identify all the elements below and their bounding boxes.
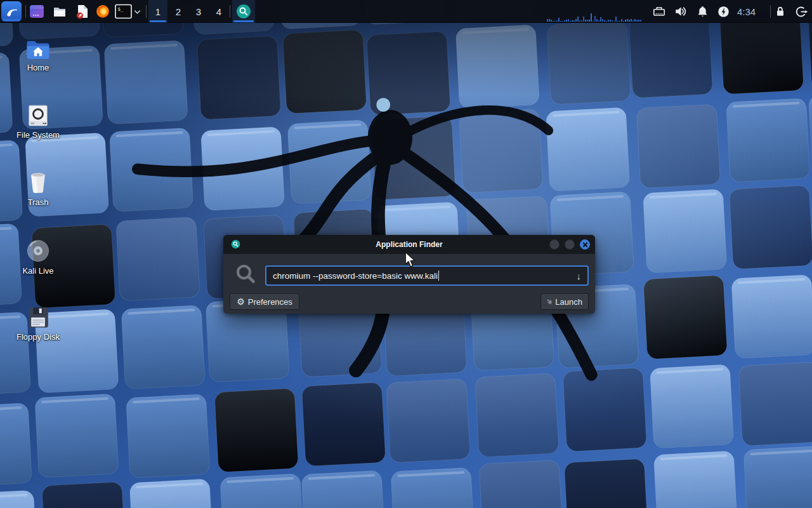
panel-separator: [25, 5, 26, 18]
gear-icon: ⚙: [237, 297, 245, 306]
desktop-icon-floppy-disk[interactable]: Floppy Disk: [11, 305, 65, 342]
desktop-icon-label: Kali Live: [11, 266, 65, 276]
trash-can-icon: [25, 170, 51, 196]
command-input[interactable]: chromium --password-store=basic www.kali…: [265, 265, 589, 286]
terminal-launcher[interactable]: $_: [114, 4, 132, 19]
lock-screen-button[interactable]: [773, 4, 787, 18]
kali-logo-icon: [4, 4, 19, 19]
history-dropdown-arrow[interactable]: ↓: [577, 271, 582, 281]
power-lightning-icon: [717, 5, 730, 18]
launch-button[interactable]: Launch: [540, 293, 589, 310]
taskbar-application-finder[interactable]: [232, 0, 255, 23]
minimize-button[interactable]: [549, 239, 560, 250]
notifications-tray-button[interactable]: [695, 4, 709, 18]
file-manager-launcher[interactable]: [52, 4, 67, 19]
workspace-2[interactable]: 2: [169, 0, 188, 23]
desktop-icon-label: File System: [11, 130, 65, 140]
command-text: chromium --password-store=basic www.kali: [273, 271, 438, 281]
top-panel: $_ 1 2 3 4: [0, 0, 812, 23]
text-caret: [438, 271, 439, 281]
desktop-icon-file-system[interactable]: File System: [11, 103, 65, 140]
desktop-icon-kali-live[interactable]: Kali Live: [11, 237, 65, 276]
bell-icon: [696, 5, 709, 18]
home-folder-icon: [25, 36, 51, 61]
floppy-disk-icon: [25, 305, 51, 330]
volume-tray-button[interactable]: [674, 4, 688, 18]
firefox-icon: [95, 4, 110, 19]
kali-menu-button[interactable]: [1, 1, 22, 22]
workspace-1[interactable]: 1: [148, 0, 167, 23]
close-icon: [582, 242, 588, 248]
folder-icon: [52, 4, 67, 19]
workspace-4[interactable]: 4: [209, 0, 228, 23]
application-finder-window: Application Finder chromium --password-s…: [223, 235, 595, 314]
preferences-button[interactable]: ⚙ Preferences: [230, 293, 299, 310]
power-manager-tray-button[interactable]: [716, 4, 730, 18]
network-tray-button[interactable]: [652, 4, 666, 18]
panel-separator: [146, 5, 147, 18]
kali-desktop: $_ 1 2 3 4: [0, 0, 812, 508]
desktop-icon-label: Home: [11, 63, 65, 72]
desktop-icon-label: Floppy Disk: [11, 332, 65, 342]
settings-app-launcher[interactable]: [29, 4, 44, 19]
text-editor-launcher[interactable]: [75, 4, 90, 19]
panel-separator: [770, 5, 771, 18]
application-finder-icon: [231, 239, 240, 249]
workspace-3[interactable]: 3: [189, 0, 208, 23]
mouse-cursor: [403, 251, 417, 268]
search-icon: [235, 263, 258, 286]
desktop-icon-label: Trash: [11, 197, 65, 207]
launch-gear-icon: [547, 297, 552, 306]
chevron-down-icon: [133, 8, 141, 16]
desktop-icon-trash[interactable]: Trash: [11, 170, 65, 207]
clock[interactable]: 4:34: [737, 0, 756, 23]
ethernet-icon: [652, 4, 666, 18]
application-finder-icon: [236, 4, 251, 19]
optical-disc-icon: [25, 237, 51, 264]
logout-icon: [795, 5, 808, 18]
close-button[interactable]: [580, 239, 590, 250]
terminal-icon: $_: [115, 4, 132, 19]
terminal-dropdown-button[interactable]: [132, 4, 142, 19]
window-title: Application Finder: [223, 240, 595, 249]
panel-separator: [230, 5, 230, 18]
purple-window-icon: [29, 4, 44, 19]
desktop-icon-home[interactable]: Home: [11, 36, 65, 72]
logout-button[interactable]: [794, 4, 808, 18]
svg-text:$_: $_: [117, 6, 124, 12]
maximize-button[interactable]: [565, 239, 575, 250]
network-monitor-graph: [547, 12, 642, 22]
firefox-launcher[interactable]: [95, 4, 110, 19]
lock-icon: [774, 5, 787, 18]
hard-disk-icon: [25, 103, 51, 128]
speaker-icon: [674, 4, 688, 18]
document-edit-icon: [75, 4, 90, 19]
